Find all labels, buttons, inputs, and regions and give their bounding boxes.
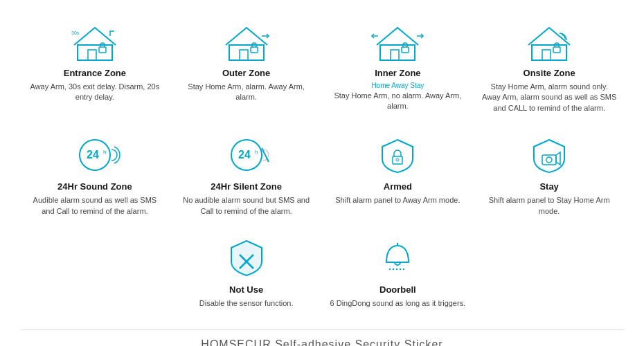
outer-zone-desc: Stay Home Arm, alarm. Away Arm, alarm. xyxy=(178,82,315,103)
entrance-zone-desc: Away Arm, 30s exit delay. Disarm, 20s en… xyxy=(26,82,163,103)
svg-rect-15 xyxy=(553,47,560,53)
stay-title: Stay xyxy=(539,181,558,192)
armed-desc: Shift alarm panel to Away Arm mode. xyxy=(335,195,460,206)
svg-text:h: h xyxy=(103,149,106,155)
doorbell-title: Doorbell xyxy=(379,284,416,295)
silent24-title: 24Hr Silent Zone xyxy=(211,181,282,192)
svg-point-24 xyxy=(396,158,399,161)
doorbell-zone: Doorbell 6 DingDong sound as long as it … xyxy=(324,230,472,316)
inner-zone-title: Inner Zone xyxy=(375,68,420,78)
svg-rect-13 xyxy=(532,45,566,60)
svg-point-26 xyxy=(546,157,552,163)
onsite-zone-icon xyxy=(521,21,577,62)
inner-zone-desc: Stay Home Arm, no alarm. Away Arm, alarm… xyxy=(330,91,467,112)
outer-zone-icon xyxy=(219,21,274,62)
inner-zone-icon xyxy=(370,21,425,62)
svg-rect-2 xyxy=(99,47,106,53)
svg-text:24: 24 xyxy=(87,149,99,161)
svg-text:24: 24 xyxy=(238,149,251,161)
notuse-zone: Not Use Disable the sensor function. xyxy=(172,230,321,316)
doorbell-icon xyxy=(370,237,425,279)
svg-rect-1 xyxy=(88,50,96,60)
svg-marker-27 xyxy=(556,152,560,165)
outer-zone-title: Outer Zone xyxy=(222,68,270,78)
silent24-desc: No audible alarm sound but SMS and Call … xyxy=(178,195,315,217)
notuse-icon xyxy=(219,237,274,279)
stay-icon xyxy=(521,134,577,176)
svg-rect-25 xyxy=(542,155,556,165)
onsite-zone-title: Onsite Zone xyxy=(524,68,575,78)
svg-rect-5 xyxy=(240,50,248,60)
inner-zone: Inner Zone Home Away Stay Stay Home Arm,… xyxy=(324,14,472,120)
entrance-zone-title: Entrance Zone xyxy=(64,68,126,78)
entrance-zone: 30s Entrance Zone Away Arm, 30s exit del… xyxy=(21,14,169,120)
row3-spacer2 xyxy=(475,230,623,316)
onsite-zone: Onsite Zone Stay Home Arm, alarm sound o… xyxy=(475,14,623,120)
armed-title: Armed xyxy=(384,181,412,192)
svg-rect-4 xyxy=(229,45,264,60)
silent24-icon: 24 h xyxy=(219,134,274,176)
row3-spacer1 xyxy=(21,230,169,316)
entrance-zone-icon: 30s xyxy=(67,21,123,62)
svg-rect-0 xyxy=(78,45,112,60)
onsite-zone-desc: Stay Home Arm, alarm sound only. Away Ar… xyxy=(481,82,618,113)
main-content: 30s Entrance Zone Away Arm, 30s exit del… xyxy=(0,0,644,346)
svg-rect-23 xyxy=(393,156,402,164)
inner-zone-subtitle: Home Away Stay xyxy=(371,82,424,89)
svg-text:30s: 30s xyxy=(71,30,80,35)
svg-rect-14 xyxy=(542,50,551,60)
svg-rect-10 xyxy=(402,47,409,53)
sound24-desc: Audible alarm sound as well as SMS and C… xyxy=(26,195,163,217)
notuse-title: Not Use xyxy=(229,284,263,295)
sound24-zone: 24 h 24Hr Sound Zone Audible alarm sound… xyxy=(21,127,169,224)
svg-rect-9 xyxy=(391,50,399,60)
armed-zone: Armed Shift alarm panel to Away Arm mode… xyxy=(324,127,472,224)
sound24-title: 24Hr Sound Zone xyxy=(57,181,132,192)
armed-icon xyxy=(370,134,425,176)
footer: HOMSECUR Self-adhesive Security Sticker xyxy=(21,329,623,346)
doorbell-desc: 6 DingDong sound as long as it triggers. xyxy=(330,298,466,309)
svg-text:h: h xyxy=(255,149,258,155)
silent24-zone: 24 h 24Hr Silent Zone No audible alarm s… xyxy=(172,127,321,224)
outer-zone: Outer Zone Stay Home Arm, alarm. Away Ar… xyxy=(172,14,321,120)
svg-rect-8 xyxy=(380,45,415,60)
footer-title: HOMSECUR Self-adhesive Security Sticker xyxy=(21,338,623,346)
stay-zone: Stay Shift alarm panel to Stay Home Arm … xyxy=(475,127,623,224)
stay-desc: Shift alarm panel to Stay Home Arm mode. xyxy=(481,195,618,217)
notuse-desc: Disable the sensor function. xyxy=(199,298,294,309)
row3-grid: Not Use Disable the sensor function. xyxy=(21,230,623,316)
svg-rect-6 xyxy=(251,47,258,53)
row2-grid: 24 h 24Hr Sound Zone Audible alarm sound… xyxy=(21,127,623,224)
row1-grid: 30s Entrance Zone Away Arm, 30s exit del… xyxy=(21,14,623,120)
sound24-icon: 24 h xyxy=(67,134,123,176)
